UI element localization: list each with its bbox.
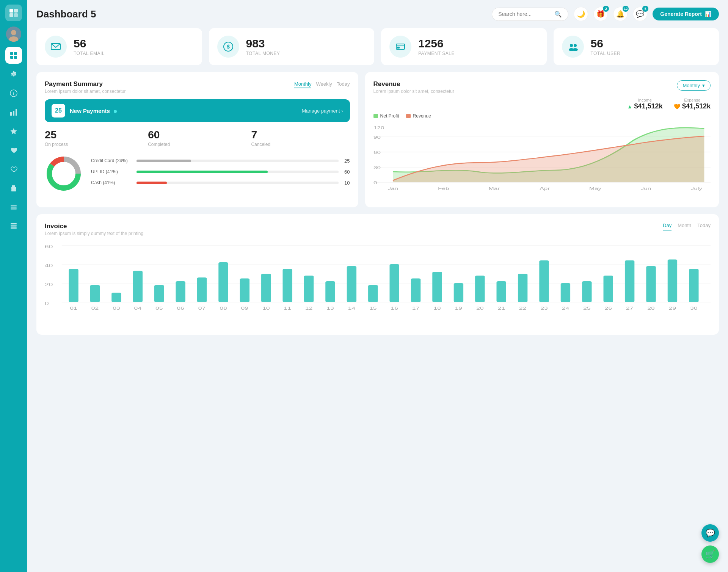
invoice-bar [496,281,506,302]
invoice-bar [347,266,356,302]
invoice-bar-label: 29 [669,306,676,310]
invoice-tab-day[interactable]: Day [663,223,672,230]
svg-text:40: 40 [45,263,53,268]
invoice-bar-label: 27 [626,306,634,310]
sidebar-item-menu[interactable] [5,199,22,215]
invoice-tab-today[interactable]: Today [697,223,711,230]
payment-summary-subtitle: Lorem ipsum dolor sit amet, consectetur [45,89,126,94]
header-actions: 🔍 🌙 🎁 2 🔔 12 💬 5 Generate Report 📊 [492,7,719,21]
cash-fill [136,182,167,184]
theme-toggle-button[interactable]: 🌙 [574,7,588,21]
sidebar-item-settings[interactable] [5,66,22,83]
invoice-bar-label: 28 [647,306,655,310]
svg-rect-15 [13,111,14,116]
income-icon: ▲ [627,103,632,110]
revenue-chart: 0 30 60 90 120 Jan Feb Mar Apr Ma [373,122,711,199]
upi-label: UPI ID (41%) [91,169,133,174]
middle-row: Payment Summary Lorem ipsum dolor sit am… [36,72,719,207]
support-fab[interactable]: 💬 [701,524,719,542]
svg-text:Mar: Mar [488,186,500,191]
new-payments-count: 25 [52,104,65,118]
svg-rect-21 [11,207,17,208]
invoice-bar-label: 17 [412,306,420,310]
stat3-completed-num: 60 [148,129,246,141]
stat-payment-label: PAYMENT SALE [418,51,455,56]
invoice-card: Invoice Lorem ipsum is simply dummy text… [36,214,719,335]
sidebar-item-printer[interactable] [5,180,22,196]
sidebar: i [0,0,27,572]
invoice-bar [539,260,549,302]
svg-text:Jun: Jun [640,186,651,191]
sidebar-item-list[interactable] [5,218,22,234]
invoice-bar-label: 06 [177,306,184,310]
avatar[interactable] [6,27,21,42]
invoice-bar-label: 13 [326,306,334,310]
donut-chart [45,155,83,194]
manage-payment-link[interactable]: Manage payment › [302,108,343,114]
invoice-bar [646,266,656,302]
svg-text:20: 20 [45,282,53,287]
invoice-bar-label: 19 [455,306,463,310]
svg-rect-24 [11,226,17,227]
stat3-onprocess-num: 25 [45,129,143,141]
money-icon: $ [217,36,239,58]
chat-badge: 5 [642,6,648,12]
invoice-bar-label: 22 [519,306,527,310]
invoice-bar [432,272,442,302]
gift-badge: 2 [603,6,609,12]
invoice-bar-label: 09 [241,306,249,310]
svg-rect-7 [10,52,13,55]
stat3-canceled-num: 7 [251,129,350,141]
stat-email-info: 56 TOTAL EMAIL [74,37,105,56]
revenue-legend: Net Profit Revenue [373,113,711,119]
search-input[interactable] [498,11,551,17]
chevron-down-icon: ▾ [702,83,705,88]
revenue-dropdown[interactable]: Monthly ▾ [677,80,711,91]
net-profit-dot [373,114,378,118]
invoice-bar [689,269,698,302]
revenue-title-group: Revenue Lorem ipsum dolor sit amet, cons… [373,80,454,94]
invoice-bar [282,269,292,302]
bell-badge: 12 [623,6,629,12]
svg-rect-25 [11,227,17,229]
invoice-tab-month[interactable]: Month [678,223,691,230]
svg-rect-8 [14,52,17,55]
sidebar-item-heart2[interactable] [5,161,22,177]
invoice-bar [69,269,78,302]
generate-report-button[interactable]: Generate Report 📊 [653,8,719,20]
sidebar-item-chart[interactable] [5,104,22,121]
tab-weekly[interactable]: Weekly [316,80,332,88]
svg-rect-2 [9,13,13,17]
svg-marker-17 [11,128,17,134]
chat-button[interactable]: 💬 5 [633,7,647,21]
bar-chart-icon: 📊 [705,11,711,17]
invoice-bar [561,283,570,302]
invoice-bar [475,276,485,302]
stat-payment-info: 1256 PAYMENT SALE [418,37,455,56]
stats-row: 56 TOTAL EMAIL $ 983 TOTAL MONEY [36,28,719,65]
sidebar-item-dashboard[interactable] [5,47,22,64]
invoice-bar [668,260,677,302]
sidebar-item-heart[interactable] [5,142,22,158]
sidebar-item-info[interactable]: i [5,85,22,102]
sidebar-item-star[interactable] [5,123,22,139]
svg-text:Feb: Feb [438,186,449,191]
new-payments-dot [114,110,117,113]
main-content: Dashboard 5 🔍 🌙 🎁 2 🔔 12 💬 5 Generate Re… [27,0,728,572]
invoice-bar-label: 12 [305,306,313,310]
invoice-bar-label: 02 [91,306,99,310]
revenue-dot [406,114,411,118]
credit-card-fill [136,160,191,162]
tab-today[interactable]: Today [337,80,350,88]
tab-monthly[interactable]: Monthly [294,80,312,88]
income-value: ▲ $41,512k [627,102,662,110]
gift-button[interactable]: 🎁 2 [593,7,608,21]
cart-fab[interactable]: 🛒 [701,545,719,563]
search-box[interactable]: 🔍 [492,8,568,21]
bell-button[interactable]: 🔔 12 [613,7,628,21]
payment-summary-card: Payment Summary Lorem ipsum dolor sit am… [36,72,358,207]
invoice-bar [604,276,613,302]
invoice-title: Invoice [45,223,143,230]
svg-text:0: 0 [373,181,377,185]
invoice-subtitle: Lorem ipsum is simply dummy text of the … [45,231,143,236]
